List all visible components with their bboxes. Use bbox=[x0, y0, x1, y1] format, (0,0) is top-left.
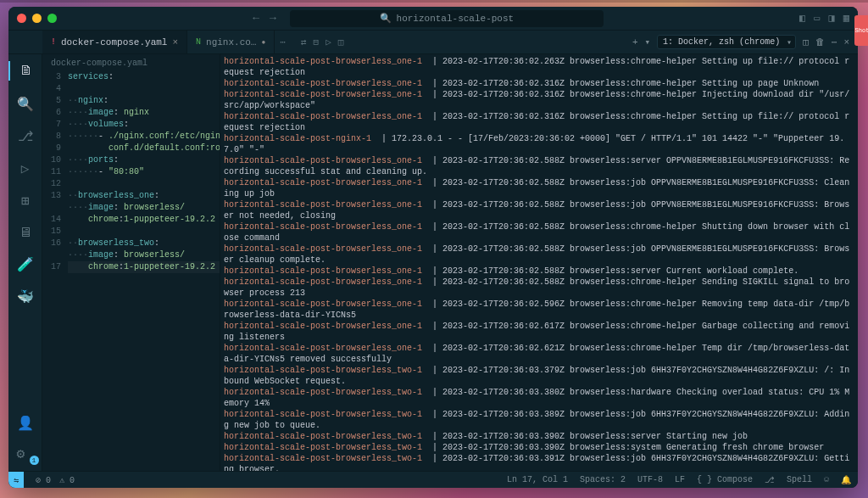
split-terminal-icon[interactable]: ◫ bbox=[803, 36, 809, 48]
statusbar: ⇋ ⊘ 0 ⚠ 0 Ln 17, Col 1 Spaces: 2 UTF-8 L… bbox=[8, 471, 858, 488]
terminal-tab-controls: + ▾ 1: Docker, zsh (chrome) ◫ 🗑 ⋯ × bbox=[632, 35, 858, 49]
terminal-selector[interactable]: 1: Docker, zsh (chrome) bbox=[657, 35, 796, 49]
tab-label: docker-compose.yaml bbox=[61, 37, 167, 48]
nav-back-icon[interactable]: ← bbox=[253, 12, 259, 25]
tab-overflow-icon[interactable]: ⋯ bbox=[275, 36, 291, 48]
extensions-icon[interactable]: ⊞ bbox=[21, 193, 30, 210]
kill-terminal-icon[interactable]: 🗑 bbox=[815, 36, 825, 48]
remote-indicator[interactable]: ⇋ bbox=[8, 472, 24, 489]
terminal-pane: horizontal-scale-post-browserless_one-1 … bbox=[220, 54, 858, 471]
vscode-window: ← → 🔍 horizontal-scale-post ◧ ▭ ◨ ▦ ! do… bbox=[8, 7, 858, 488]
language-mode[interactable]: { } Compose bbox=[697, 475, 753, 484]
layout-panel-bottom-icon[interactable]: ▭ bbox=[814, 12, 820, 25]
search-icon: 🔍 bbox=[380, 13, 392, 24]
settings-gear-icon[interactable]: ⚙ bbox=[17, 445, 34, 462]
docker-icon[interactable]: 🐳 bbox=[17, 288, 34, 305]
split-vertical-icon[interactable]: ◫ bbox=[338, 36, 344, 48]
git-indicator[interactable]: ⎇ bbox=[765, 475, 775, 485]
feedback-icon[interactable]: ☺ bbox=[824, 475, 829, 484]
new-terminal-icon[interactable]: + bbox=[632, 37, 638, 48]
close-panel-icon[interactable]: × bbox=[843, 37, 849, 48]
nav-arrows: ← → bbox=[253, 12, 276, 25]
test-icon[interactable]: 🧪 bbox=[17, 256, 34, 273]
explorer-icon[interactable]: 🗎 bbox=[8, 61, 42, 81]
traffic-lights bbox=[17, 14, 57, 23]
maximize-window-button[interactable] bbox=[47, 14, 57, 23]
line-gutter: 345678910111213 141516 17 bbox=[42, 71, 68, 471]
main-area: 🗎 🔍 ⎇ ▷ ⊞ 🖥 🧪 🐳 👤 ⚙ docker-compose.yaml … bbox=[8, 54, 858, 471]
breadcrumb[interactable]: docker-compose.yaml bbox=[42, 54, 220, 71]
tab-nginx[interactable]: N nginx.co… ● bbox=[187, 31, 275, 53]
indent-indicator[interactable]: Spaces: 2 bbox=[580, 475, 626, 484]
source-control-icon[interactable]: ⎇ bbox=[18, 128, 33, 145]
activity-bar: 🗎 🔍 ⎇ ▷ ⊞ 🖥 🧪 🐳 👤 ⚙ bbox=[8, 54, 42, 471]
titlebar: ← → 🔍 horizontal-scale-post ◧ ▭ ◨ ▦ bbox=[8, 7, 858, 31]
remote-explorer-icon[interactable]: 🖥 bbox=[19, 225, 32, 241]
code-content[interactable]: services: ··nginx:····image: nginx····vo… bbox=[68, 71, 220, 471]
terminal-dropdown-icon[interactable]: ▾ bbox=[644, 36, 650, 48]
tab-label: nginx.co… bbox=[206, 37, 256, 48]
warning-count[interactable]: ⚠ 0 bbox=[59, 475, 75, 485]
tab-docker-compose[interactable]: ! docker-compose.yaml × bbox=[42, 31, 187, 53]
minimize-window-button[interactable] bbox=[32, 14, 42, 23]
search-activity-icon[interactable]: 🔍 bbox=[17, 96, 34, 113]
editor-actions: ⇄ ⊟ ▷ ◫ bbox=[294, 36, 351, 48]
customize-layout-icon[interactable]: ▦ bbox=[843, 12, 849, 25]
close-tab-icon[interactable]: × bbox=[172, 37, 178, 48]
tabbar: ! docker-compose.yaml × N nginx.co… ● ⋯ … bbox=[8, 31, 858, 54]
nav-forward-icon[interactable]: → bbox=[270, 12, 276, 25]
more-actions-icon[interactable]: ⋯ bbox=[832, 36, 837, 48]
split-horizontal-icon[interactable]: ⊟ bbox=[314, 36, 320, 48]
yaml-file-icon: ! bbox=[51, 37, 56, 47]
encoding-indicator[interactable]: UTF-8 bbox=[637, 475, 663, 484]
cursor-position[interactable]: Ln 17, Col 1 bbox=[507, 475, 568, 484]
run-icon[interactable]: ▷ bbox=[326, 36, 331, 48]
compare-icon[interactable]: ⇄ bbox=[301, 36, 307, 48]
editor-pane: docker-compose.yaml 345678910111213 1415… bbox=[42, 54, 220, 471]
code-editor[interactable]: 345678910111213 141516 17 services: ··ng… bbox=[42, 71, 220, 471]
command-center[interactable]: 🔍 horizontal-scale-post bbox=[290, 10, 604, 27]
layout-panel-right-icon[interactable]: ◨ bbox=[829, 12, 835, 25]
spell-indicator[interactable]: Spell bbox=[787, 475, 812, 484]
titlebar-actions: ◧ ▭ ◨ ▦ bbox=[799, 12, 849, 25]
layout-panel-left-icon[interactable]: ◧ bbox=[799, 12, 805, 25]
nginx-file-icon: N bbox=[196, 37, 201, 47]
notifications-icon[interactable]: 🔔 bbox=[841, 475, 851, 485]
screenshot-widget[interactable]: Shot bbox=[854, 15, 868, 46]
close-window-button[interactable] bbox=[17, 14, 26, 23]
terminal-content[interactable]: horizontal-scale-post-browserless_one-1 … bbox=[220, 54, 858, 471]
error-count[interactable]: ⊘ 0 bbox=[36, 475, 51, 485]
eol-indicator[interactable]: LF bbox=[675, 475, 685, 484]
accounts-icon[interactable]: 👤 bbox=[17, 415, 34, 432]
macos-menubar bbox=[0, 0, 868, 3]
run-debug-icon[interactable]: ▷ bbox=[21, 160, 30, 177]
dirty-indicator-icon: ● bbox=[261, 38, 265, 46]
search-text: horizontal-scale-post bbox=[397, 14, 515, 24]
